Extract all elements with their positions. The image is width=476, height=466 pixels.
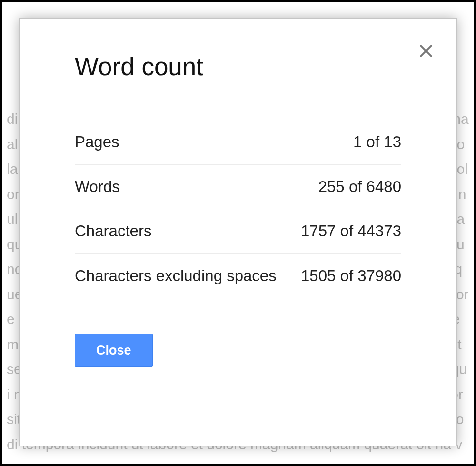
word-count-stats: Pages 1 of 13 Words 255 of 6480 Characte… [75,120,401,298]
word-count-dialog: Word count Pages 1 of 13 Words 255 of 64… [19,18,457,446]
stat-value-characters: 1757 of 44373 [301,221,401,242]
stat-label-pages: Pages [75,133,119,151]
stat-row-pages: Pages 1 of 13 [75,120,401,165]
close-button[interactable]: Close [75,334,153,367]
stat-value-characters-no-spaces: 1505 of 37980 [301,265,401,287]
stat-row-characters-no-spaces: Characters excluding spaces 1505 of 3798… [75,254,401,298]
dialog-title: Word count [75,52,401,81]
stat-label-characters: Characters [75,222,151,240]
stat-row-words: Words 255 of 6480 [75,165,401,210]
stat-label-characters-no-spaces: Characters excluding spaces [75,267,277,285]
stat-value-words: 255 of 6480 [318,176,401,198]
stat-value-pages: 1 of 13 [353,132,401,153]
stat-label-words: Words [75,178,120,196]
close-icon[interactable] [415,40,437,62]
stat-row-characters: Characters 1757 of 44373 [75,209,401,254]
